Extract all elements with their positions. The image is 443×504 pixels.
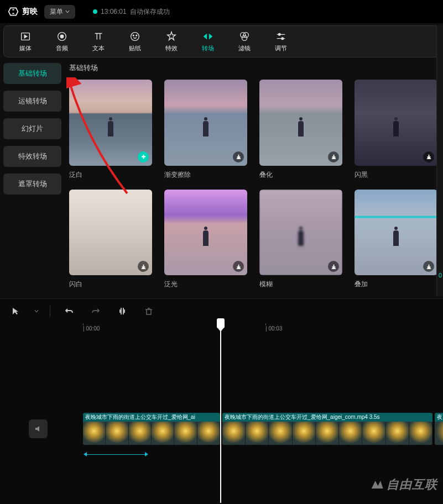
content-title: 基础转场	[67, 63, 440, 73]
video-track[interactable]: 夜晚城市下雨的街道上公交车开过_爱给网_ai 夜晚城市下雨的街道上公交车开过_爱…	[77, 413, 443, 445]
download-icon[interactable]	[233, 151, 244, 162]
menu-dropdown[interactable]: 菜单	[44, 5, 75, 19]
timeline-ruler[interactable]: | 00:00 | 00:03	[77, 323, 443, 335]
delete-button[interactable]	[141, 303, 157, 319]
transition-label: 闪黑	[355, 170, 437, 180]
add-icon[interactable]	[138, 151, 149, 162]
tab-sticker[interactable]: 贴纸	[117, 27, 153, 56]
video-clip[interactable]: 夜	[435, 413, 443, 445]
category-effect[interactable]: 特效转场	[3, 146, 61, 167]
title-bar: 剪映 菜单 13:06:01 自动保存成功	[0, 0, 443, 23]
transition-label: 闪白	[69, 280, 152, 289]
transition-item[interactable]: 模糊	[259, 190, 342, 290]
transition-content: 基础转场 泛白 渐变擦除 叠化	[67, 63, 440, 295]
svg-point-9	[278, 34, 280, 36]
tab-media[interactable]: 媒体	[7, 27, 44, 56]
adjust-icon	[275, 30, 287, 43]
video-clip[interactable]: 夜晚城市下雨的街道上公交车开过_爱给网_ai	[83, 413, 220, 445]
logo-icon	[8, 6, 19, 17]
transition-label: 叠化	[259, 170, 342, 180]
transition-item[interactable]: 渐变擦除	[164, 80, 247, 180]
effects-icon	[165, 30, 178, 43]
clip-label: 夜晚城市下雨的街道上公交车开过_爱给网_aigei_com.mp4 3.5s	[222, 413, 432, 422]
sticker-icon	[129, 30, 141, 43]
category-camera[interactable]: 运镜转场	[3, 91, 61, 112]
transition-icon	[202, 30, 214, 43]
svg-rect-11	[147, 309, 151, 314]
svg-point-2	[60, 35, 64, 38]
autosave-status: 13:06:01 自动保存成功	[93, 7, 170, 17]
redo-button[interactable]	[88, 303, 103, 319]
audio-icon	[56, 30, 68, 43]
svg-point-7	[243, 33, 248, 38]
app-logo: 剪映	[8, 6, 38, 17]
transition-label: 渐变擦除	[164, 170, 247, 180]
split-button[interactable]	[114, 303, 130, 319]
tab-adjust[interactable]: 调节	[263, 27, 299, 56]
chevron-down-icon	[65, 9, 70, 14]
media-icon	[19, 30, 32, 43]
transition-item[interactable]: 泛光	[164, 190, 247, 290]
svg-point-10	[282, 38, 284, 40]
transition-label: 模糊	[259, 280, 342, 289]
playhead-handle[interactable]	[217, 318, 225, 328]
download-icon[interactable]	[328, 151, 339, 162]
cursor-tool[interactable]	[8, 303, 23, 319]
category-slide[interactable]: 幻灯片	[3, 118, 61, 139]
mute-button[interactable]	[29, 419, 48, 438]
category-mask[interactable]: 遮罩转场	[3, 174, 61, 195]
clip-label: 夜晚城市下雨的街道上公交车开过_爱给网_ai	[83, 413, 220, 422]
svg-point-5	[136, 35, 137, 36]
tab-transition[interactable]: 转场	[190, 27, 226, 56]
clip-label: 夜	[435, 413, 443, 422]
transition-item[interactable]: 泛白	[69, 80, 152, 180]
separator	[50, 306, 50, 317]
transition-label: 泛光	[164, 280, 247, 289]
transition-item[interactable]: 闪白	[69, 190, 152, 290]
tab-audio[interactable]: 音频	[44, 27, 80, 56]
playhead[interactable]	[220, 321, 221, 503]
ruler-tick: | 00:03	[265, 326, 282, 332]
tab-filter[interactable]: 滤镜	[226, 27, 263, 56]
transition-label: 叠加	[355, 280, 437, 289]
autosave-dot-icon	[93, 9, 97, 14]
watermark-icon	[369, 477, 384, 492]
transition-grid: 泛白 渐变擦除 叠化 闪黑	[67, 80, 440, 295]
chevron-down-icon[interactable]	[34, 309, 39, 313]
tab-effects[interactable]: 特效	[153, 27, 190, 56]
filter-icon	[238, 30, 251, 43]
video-clip[interactable]: 夜晚城市下雨的街道上公交车开过_爱给网_aigei_com.mp4 3.5s	[222, 413, 432, 445]
category-basic[interactable]: 基础转场	[3, 63, 61, 84]
transition-item[interactable]: 叠加	[355, 190, 437, 290]
app-name: 剪映	[22, 7, 38, 17]
side-indicator: 0	[439, 272, 442, 279]
range-indicator	[84, 454, 145, 455]
category-sidebar: 基础转场 运镜转场 幻灯片 特效转场 遮罩转场	[3, 63, 67, 295]
svg-point-8	[242, 35, 247, 40]
ruler-tick: | 00:00	[83, 326, 100, 332]
undo-button[interactable]	[61, 303, 77, 319]
watermark: 自由互联	[369, 476, 437, 493]
transition-item[interactable]: 闪黑	[355, 80, 437, 180]
svg-point-3	[131, 33, 139, 41]
tab-text[interactable]: 文本	[80, 27, 117, 56]
speaker-icon	[34, 424, 43, 433]
transition-item[interactable]: 叠化	[259, 80, 342, 180]
transition-label: 泛白	[69, 170, 152, 180]
download-icon[interactable]	[423, 151, 434, 162]
side-strip	[436, 25, 443, 296]
text-icon	[92, 30, 105, 43]
main-toolbar: 媒体 音频 文本 贴纸 特效 转场 滤镜 调节	[3, 25, 440, 57]
svg-point-4	[133, 35, 134, 36]
